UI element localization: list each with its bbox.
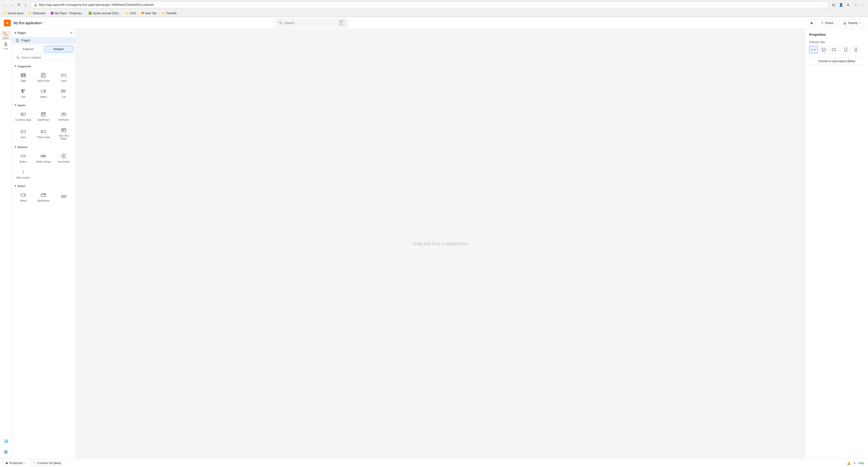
- app-name-text: My first application: [13, 21, 42, 25]
- widgets-icon: 🧊: [3, 439, 8, 443]
- app-name[interactable]: My first application ▾: [13, 21, 44, 25]
- widget-select-1[interactable]: Select: [13, 190, 33, 204]
- downloads-button[interactable]: ⬇: [845, 2, 851, 8]
- search-icon: 🔍: [279, 21, 283, 25]
- convert-layout-button[interactable]: Convert to auto-layout (Beta): [809, 57, 864, 65]
- forward-button[interactable]: →: [9, 2, 15, 8]
- widget-multiselect[interactable]: MultiSelect: [34, 190, 53, 204]
- play-button[interactable]: ▶: [809, 20, 815, 26]
- bookmark-spese[interactable]: 🟩 Spese annuali 2023...: [87, 11, 122, 15]
- suggested-section-header[interactable]: ▾ Suggested: [11, 63, 75, 69]
- deploy-button[interactable]: 🔒 Deploy ▾: [839, 20, 864, 26]
- add-page-icon[interactable]: +: [70, 31, 72, 35]
- svg-point-48: [23, 172, 24, 172]
- canvas-area[interactable]: Drag and drop a widget here: [75, 29, 805, 459]
- sidebar-item-settings[interactable]: ⚙️: [1, 447, 11, 457]
- profile-button[interactable]: 👤: [838, 2, 844, 8]
- pages-section-header[interactable]: ▾ Pages +: [11, 29, 75, 37]
- svg-rect-36: [62, 129, 66, 132]
- widget-input[interactable]: Input: [54, 70, 73, 85]
- bookmark-three60[interactable]: 📁 Three60: [160, 11, 178, 15]
- svg-point-18: [62, 91, 62, 91]
- env-label: Production: [9, 461, 23, 465]
- svg-point-47: [23, 170, 24, 171]
- table-label: Table: [20, 79, 26, 82]
- widget-phone-input[interactable]: Phone Input: [34, 125, 53, 142]
- favorites-button[interactable]: ☆: [852, 2, 858, 8]
- widget-table[interactable]: Table: [13, 70, 33, 85]
- bookmarks-bar: 📁 vecchi lavori 📁 Ethereum 🟣 My Place - …: [0, 10, 868, 17]
- widget-search-input[interactable]: [21, 56, 71, 59]
- svg-point-19: [62, 92, 62, 93]
- share-label: Share: [825, 21, 834, 25]
- share-button[interactable]: ⇧ Share: [817, 20, 837, 26]
- widget-button[interactable]: Button: [13, 151, 33, 166]
- search-shortcut: ⌘ K: [339, 20, 345, 26]
- widget-text[interactable]: T Text: [13, 86, 33, 101]
- bookmark-nas[interactable]: 📁 NAS: [125, 11, 137, 15]
- chevron-down-icon-pages: ▾: [14, 31, 16, 35]
- back-button[interactable]: ←: [2, 2, 8, 8]
- chevron-down-icon-deploy: ▾: [859, 22, 861, 24]
- widget-filepicker[interactable]: FilePicker: [54, 109, 73, 124]
- tab-widgets[interactable]: Widgets: [44, 46, 73, 53]
- widget-rich-text[interactable]: Rich Text Editor: [54, 125, 73, 142]
- buttons-section-header[interactable]: ▾ Buttons: [11, 143, 75, 149]
- widget-icon-button[interactable]: Icon button: [54, 151, 73, 166]
- widget-select-3[interactable]: [54, 190, 73, 204]
- widget-input2[interactable]: Input: [13, 125, 33, 142]
- bookmark-myplace[interactable]: 🟣 My Place - PowerAp...: [50, 11, 85, 15]
- currency-label: Currency Input: [15, 119, 31, 122]
- widget-datepicker[interactable]: DatePicker: [34, 109, 53, 124]
- widget-currency-input[interactable]: $ Currency Input: [13, 109, 33, 124]
- filepicker-icon: [59, 111, 68, 118]
- left-panel: ▾ Pages + 🏠 Page1 Explorer Widgets 🔍: [11, 29, 75, 459]
- select-section-header[interactable]: ▾ Select: [11, 182, 75, 189]
- extensions-button[interactable]: ⊞: [831, 2, 837, 8]
- widget-json-form[interactable]: JSON Form: [34, 70, 53, 85]
- home-icon: 🏠: [16, 38, 20, 42]
- suggested-label: Suggested: [18, 65, 31, 68]
- bookmark-ethereum[interactable]: 📁 Ethereum: [28, 11, 46, 15]
- refresh-button[interactable]: ↻: [16, 2, 22, 8]
- search-input[interactable]: [285, 21, 337, 25]
- sidebar-item-widgets3d[interactable]: 🧊: [1, 436, 11, 446]
- help-button[interactable]: Help: [858, 461, 864, 465]
- address-bar[interactable]: 🔒 https://app.appsmith.com/app/my-first-…: [31, 1, 829, 8]
- canvas-size-desktop[interactable]: [819, 46, 828, 54]
- canvas-size-tablet-landscape[interactable]: [830, 46, 838, 54]
- widget-button-group[interactable]: Button Group: [34, 151, 53, 166]
- settings-button[interactable]: ⋯: [860, 2, 866, 8]
- widget-search[interactable]: 🔍: [13, 55, 73, 61]
- widget-menu-button[interactable]: Menu button: [13, 166, 33, 181]
- canvas-size-fluid[interactable]: [809, 46, 818, 54]
- page-item-page1[interactable]: 🏠 Page1: [11, 37, 75, 43]
- search-box[interactable]: 🔍 ⌘ K: [276, 19, 348, 27]
- canvas-size-tablet-portrait[interactable]: [841, 46, 850, 54]
- inputs-section-header[interactable]: ▾ Inputs: [11, 102, 75, 108]
- sidebar-item-editor[interactable]: ✏️ Editor: [1, 31, 11, 40]
- connect-git-button[interactable]: ⑂ Connect Git (Beta): [31, 460, 64, 466]
- canvas-size-mobile[interactable]: [851, 46, 860, 54]
- bookmark-vecchi-lavori[interactable]: 📁 vecchi lavori: [2, 11, 25, 15]
- chevron-down-icon-buttons: ▾: [14, 145, 16, 148]
- table-icon: [19, 72, 28, 79]
- notifications-icon[interactable]: 🔔: [847, 461, 851, 465]
- svg-text:$: $: [22, 113, 23, 115]
- bookmark-icon-6: 🧡: [141, 11, 144, 15]
- widget-select[interactable]: Select: [34, 86, 53, 101]
- bookmark-newtab[interactable]: 🧡 New Tab: [140, 11, 157, 15]
- env-selector[interactable]: Production ▾: [4, 461, 28, 466]
- filepicker-label: FilePicker: [58, 119, 69, 122]
- home-button[interactable]: ⌂: [23, 2, 29, 8]
- editor-icon: ✏️: [3, 32, 8, 37]
- inputs-label: Inputs: [18, 104, 25, 107]
- widget-list[interactable]: List: [54, 86, 73, 101]
- input2-icon: [19, 128, 28, 135]
- svg-rect-0: [21, 73, 25, 77]
- phone-icon: [39, 128, 48, 135]
- svg-rect-43: [44, 155, 46, 157]
- tab-explorer[interactable]: Explorer: [13, 46, 43, 53]
- bookmark-label-3: My Place - PowerAp...: [55, 11, 84, 15]
- sidebar-item-data[interactable]: 🗄 Data: [1, 41, 11, 51]
